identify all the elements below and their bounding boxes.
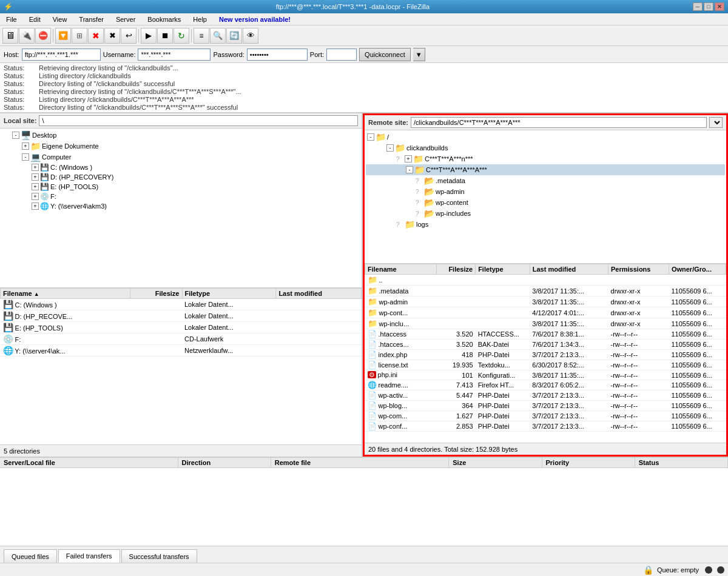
- menu-bookmarks[interactable]: Bookmarks: [144, 15, 184, 24]
- quickconnect-dropdown[interactable]: ▼: [413, 48, 425, 61]
- table-row[interactable]: 💾 C: (Windows ) Lokaler Datent...: [1, 299, 362, 310]
- toolbar-sync[interactable]: 🔄: [226, 28, 242, 44]
- expand-root[interactable]: -: [367, 133, 374, 141]
- toolbar-toggle-filter[interactable]: ⊞: [72, 28, 87, 44]
- expand-computer[interactable]: -: [22, 153, 29, 161]
- table-row[interactable]: 📄 index.php 418 PHP-Datei 3/7/2017 2:13:…: [365, 350, 726, 360]
- quickconnect-button[interactable]: Quickconnect: [359, 48, 411, 61]
- table-row[interactable]: 💿 F: CD-Laufwerk: [1, 333, 362, 345]
- expand-y[interactable]: +: [32, 203, 39, 210]
- table-row[interactable]: 📄 wp-activ... 5.447 PHP-Datei 3/7/2017 2…: [365, 390, 726, 401]
- remote-tree-wp-includes[interactable]: ? 📂 wp-includes: [366, 208, 725, 219]
- toolbar-reconnect-all[interactable]: ↩: [121, 28, 136, 44]
- table-row[interactable]: 📁 ..: [365, 275, 726, 286]
- remote-tree-wp-content[interactable]: ? 📂 wp-content: [366, 197, 725, 208]
- toolbar-disconnect[interactable]: ⛔: [35, 28, 51, 44]
- table-row[interactable]: 📄 wp-com... 1.627 PHP-Datei 3/7/2017 2:1…: [365, 411, 726, 421]
- local-tree-desktop[interactable]: - 🖥️ Desktop: [1, 130, 360, 141]
- expand-e[interactable]: +: [32, 183, 39, 190]
- port-input[interactable]: [326, 49, 357, 61]
- remote-tree-logs[interactable]: ? 📁 logs: [366, 219, 725, 230]
- close-button[interactable]: ✕: [715, 2, 724, 11]
- tab-successful-transfers[interactable]: Successful transfers: [121, 549, 197, 563]
- toolbar-site-manager[interactable]: 🖥: [2, 28, 18, 44]
- table-row[interactable]: 💾 D: (HP_RECOVE... Lokaler Datent...: [1, 310, 362, 322]
- username-input[interactable]: [138, 49, 211, 61]
- remote-path-input[interactable]: [411, 117, 707, 128]
- remote-file-list[interactable]: Filename Filesize Filetype Last modified…: [365, 264, 726, 443]
- expand-desktop[interactable]: -: [12, 132, 19, 139]
- table-row[interactable]: 📁 wp-admin 3/8/2017 11:35:... drwxr-xr-x…: [365, 296, 726, 307]
- toolbar-stop-queue[interactable]: ⏹: [157, 28, 173, 44]
- menu-edit[interactable]: Edit: [25, 15, 44, 24]
- remote-tree-clickandbuilds[interactable]: - 📁 clickandbuilds: [366, 142, 725, 153]
- toolbar-open-filter[interactable]: 🔽: [55, 28, 71, 44]
- toolbar-toggle-log[interactable]: ≡: [194, 28, 209, 44]
- local-col-modified[interactable]: Last modified: [276, 289, 362, 299]
- expand-cms-child[interactable]: -: [406, 166, 413, 173]
- table-row[interactable]: 🌐 readme.... 7.413 Firefox HT... 8/3/201…: [365, 380, 726, 390]
- toolbar-reconnect[interactable]: 🔌: [19, 28, 35, 44]
- remote-col-perms[interactable]: Permissions: [608, 264, 669, 275]
- maximize-button[interactable]: □: [704, 2, 713, 11]
- toolbar-disconnect-all[interactable]: ✖: [104, 28, 120, 44]
- table-row[interactable]: 💾 E: (HP_TOOLS) Lokaler Datent...: [1, 322, 362, 333]
- remote-path-dropdown[interactable]: [709, 117, 723, 128]
- toolbar-refresh[interactable]: ↻: [174, 28, 189, 44]
- expand-c[interactable]: +: [32, 164, 39, 171]
- table-row[interactable]: 📁 wp-inclu... 3/8/2017 11:35:... drwxr-x…: [365, 318, 726, 329]
- menu-help[interactable]: Help: [189, 15, 211, 24]
- tab-queued-files[interactable]: Queued files: [4, 549, 57, 563]
- local-col-filesize[interactable]: Filesize: [130, 289, 182, 299]
- table-row[interactable]: 📄 .htaccess 3.520 HTACCESS... 7/6/2017 8…: [365, 329, 726, 340]
- table-row[interactable]: 📄 license.txt 19.935 Textdoku... 6/30/20…: [365, 360, 726, 370]
- local-tree-drive-c[interactable]: + 💾 C: (Windows ): [1, 162, 360, 172]
- table-row[interactable]: ⚙ php.ini 101 Konfigurati... 3/8/2017 11…: [365, 370, 726, 380]
- local-tree[interactable]: - 🖥️ Desktop + 📁 Eigene Dokumente - 💻 Co…: [0, 129, 362, 287]
- expand-cms[interactable]: +: [405, 155, 412, 162]
- remote-col-filename[interactable]: Filename: [365, 264, 437, 275]
- menu-file[interactable]: File: [2, 15, 21, 24]
- table-row[interactable]: 🌐 Y: (\\server4\ak... Netzwerklaufw...: [1, 345, 362, 357]
- table-row[interactable]: 📄 .htacces... 3.520 BAK-Datei 7/6/2017 1…: [365, 340, 726, 350]
- host-input[interactable]: [22, 49, 101, 61]
- table-row[interactable]: 📁 .metadata 3/8/2017 11:35:... drwxr-xr-…: [365, 286, 726, 296]
- local-tree-drive-d[interactable]: + 💾 D: (HP_RECOVERY): [1, 172, 360, 182]
- menu-transfer[interactable]: Transfer: [75, 15, 107, 24]
- toolbar-cancel[interactable]: ✖: [88, 28, 104, 44]
- minimize-button[interactable]: ─: [693, 2, 703, 11]
- toolbar-compare[interactable]: 👁: [243, 28, 258, 44]
- local-tree-drive-e[interactable]: + 💾 E: (HP_TOOLS): [1, 182, 360, 192]
- remote-tree[interactable]: - 📁 / - 📁 clickandbuilds ? + 📁 C***T**: [365, 130, 726, 264]
- menu-new-version[interactable]: New version available!: [215, 15, 294, 24]
- expand-clickandbuilds[interactable]: -: [386, 144, 394, 152]
- expand-f[interactable]: +: [32, 193, 39, 200]
- remote-tree-metadata[interactable]: ? 📂 .metadata: [366, 175, 725, 186]
- menu-view[interactable]: View: [49, 15, 71, 24]
- table-row[interactable]: 📁 wp-cont... 4/12/2017 4:01:... drwxr-xr…: [365, 307, 726, 318]
- remote-col-filetype[interactable]: Filetype: [476, 264, 530, 275]
- toolbar-search[interactable]: 🔍: [210, 28, 226, 44]
- local-tree-drive-f[interactable]: + 💿 F:: [1, 192, 360, 201]
- remote-col-modified[interactable]: Last modified: [530, 264, 608, 275]
- expand-eigene[interactable]: +: [22, 142, 29, 150]
- remote-col-filesize[interactable]: Filesize: [436, 264, 476, 275]
- menu-server[interactable]: Server: [112, 15, 139, 24]
- local-path-input[interactable]: [39, 115, 358, 126]
- remote-tree-wp-admin[interactable]: ? 📂 wp-admin: [366, 186, 725, 197]
- expand-d[interactable]: +: [32, 173, 39, 181]
- remote-tree-root[interactable]: - 📁 /: [366, 132, 725, 142]
- local-tree-computer[interactable]: - 💻 Computer: [1, 152, 360, 162]
- remote-tree-cms-child[interactable]: - 📁 C***T***A***A***A***: [366, 164, 725, 175]
- table-row[interactable]: 📄 wp-blog... 364 PHP-Datei 3/7/2017 2:13…: [365, 401, 726, 411]
- local-tree-drive-y[interactable]: + 🌐 Y: (\\server4\akm3): [1, 201, 360, 211]
- password-input[interactable]: [247, 49, 308, 61]
- tab-failed-transfers[interactable]: Failed transfers: [58, 549, 120, 563]
- remote-tree-cms[interactable]: ? + 📁 C***T***A***n***: [366, 153, 725, 164]
- local-file-list[interactable]: Filename ▲ Filesize Filetype Last modifi…: [0, 287, 362, 444]
- toolbar-process-queue[interactable]: ▶: [141, 28, 157, 44]
- remote-col-owner[interactable]: Owner/Gro...: [669, 264, 726, 275]
- table-row[interactable]: 📄 wp-conf... 2.853 PHP-Datei 3/7/2017 2:…: [365, 421, 726, 432]
- local-col-filename[interactable]: Filename ▲: [1, 289, 130, 299]
- local-col-filetype[interactable]: Filetype: [182, 289, 276, 299]
